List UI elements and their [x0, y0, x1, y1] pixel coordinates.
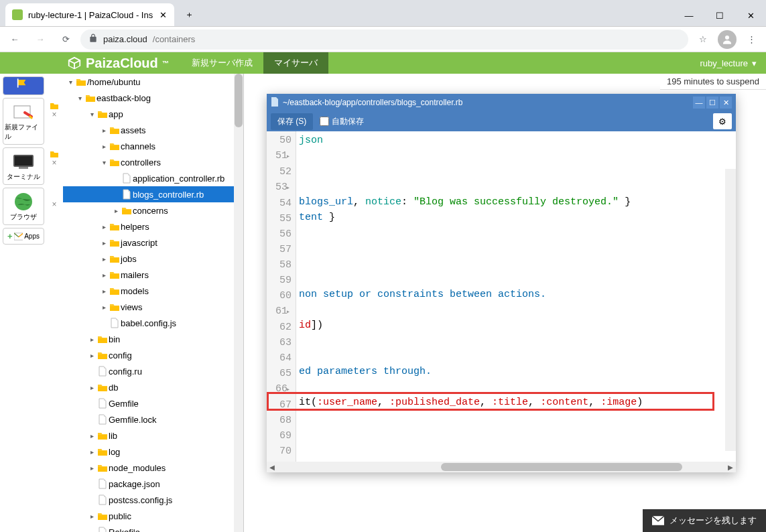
tab-close-icon[interactable]: ✕: [158, 10, 168, 19]
tree-folder[interactable]: ▸mailers: [63, 267, 243, 283]
code-line[interactable]: [299, 241, 736, 256]
reload-button[interactable]: ⟳: [55, 29, 76, 50]
new-tab-button[interactable]: ＋: [180, 5, 198, 24]
save-button[interactable]: 保存 (S): [271, 113, 313, 130]
minimize-button[interactable]: —: [674, 5, 704, 26]
browser-tab[interactable]: ruby-lecture-1 | PaizaCloud - Ins ✕: [5, 3, 174, 26]
minimize-icon[interactable]: —: [693, 96, 705, 109]
code-area[interactable]: jsonblogs_url, notice: "Blog was success…: [296, 131, 736, 462]
code-line[interactable]: [299, 410, 736, 425]
tree-file[interactable]: babel.config.js: [63, 315, 243, 331]
scrollbar-thumb[interactable]: [441, 463, 682, 471]
my-server-button[interactable]: マイサーバ: [263, 52, 328, 74]
tree-folder[interactable]: ▸views: [63, 299, 243, 315]
tree-folder[interactable]: ▸public: [63, 508, 243, 524]
svg-rect-5: [15, 156, 32, 165]
tree-root[interactable]: ▾/home/ubuntu: [63, 74, 243, 90]
tree-folder[interactable]: ▸helpers: [63, 218, 243, 235]
tree-folder[interactable]: ▸node_modules: [63, 460, 243, 476]
chevron-down-icon: ▾: [752, 58, 757, 68]
tree-folder[interactable]: ▸channels: [63, 138, 243, 154]
tree-folder[interactable]: ▸concerns: [63, 202, 243, 218]
back-button[interactable]: ←: [4, 29, 25, 50]
tree-folder[interactable]: ▾controllers: [63, 154, 243, 170]
code-line[interactable]: [299, 348, 736, 364]
autosave-checkbox[interactable]: 自動保存: [320, 116, 364, 127]
tree-file[interactable]: blogs_controller.rb: [63, 186, 243, 202]
settings-button[interactable]: ⚙: [713, 113, 732, 129]
dock-terminal[interactable]: ターミナル: [3, 147, 44, 185]
code-line[interactable]: json: [299, 133, 736, 148]
tree-folder[interactable]: ▾app: [63, 106, 243, 122]
editor-hscrollbar[interactable]: ◄ ►: [267, 462, 736, 472]
code-line[interactable]: ed parameters through.: [299, 364, 736, 379]
tree-folder[interactable]: ▸config: [63, 347, 243, 363]
tree-folder[interactable]: ▾eastback-blog: [63, 90, 243, 106]
autosave-input[interactable]: [320, 117, 329, 126]
message-button[interactable]: メッセージを残します: [643, 509, 766, 532]
brand-text: PaizaCloud: [86, 56, 158, 71]
code-line[interactable]: [299, 163, 736, 179]
forward-button[interactable]: →: [29, 29, 51, 50]
window-controls: — ☐ ✕: [674, 5, 766, 26]
tree-file[interactable]: Rakefile: [63, 524, 243, 532]
mini-dock-item[interactable]: ×: [48, 170, 60, 210]
tree-folder[interactable]: ▸jobs: [63, 251, 243, 267]
tree-file[interactable]: config.ru: [63, 363, 243, 379]
close-window-button[interactable]: ✕: [735, 5, 766, 26]
tree-file[interactable]: application_controller.rb: [63, 170, 243, 186]
tree-folder[interactable]: ▸bin: [63, 331, 243, 347]
code-line[interactable]: [299, 425, 736, 441]
tree-folder[interactable]: ▸assets: [63, 122, 243, 138]
code-line[interactable]: blogs_url, notice: "Blog was successfull…: [299, 194, 736, 210]
tree-folder[interactable]: ▸javascript: [63, 235, 243, 251]
code-line[interactable]: [299, 379, 736, 395]
close-icon[interactable]: ✕: [720, 96, 732, 109]
code-line[interactable]: it(:user_name, :published_date, :title, …: [299, 395, 736, 410]
code-line[interactable]: tent }: [299, 210, 736, 225]
new-server-button[interactable]: 新規サーバ作成: [181, 52, 263, 74]
code-line[interactable]: [299, 441, 736, 456]
code-line[interactable]: [299, 256, 736, 271]
tree-folder[interactable]: ▸lib: [63, 427, 243, 444]
file-tree[interactable]: ▾/home/ubuntu▾eastback-blog▾app▸assets▸c…: [63, 74, 243, 532]
tree-folder[interactable]: ▸log: [63, 444, 243, 460]
code-line[interactable]: [299, 148, 736, 163]
editor-titlebar[interactable]: ~/eastback-blog/app/controllers/blogs_co…: [267, 94, 736, 111]
dock-new-file[interactable]: 新規ファイル: [3, 98, 44, 145]
tree-file[interactable]: Gemfile: [63, 395, 243, 411]
mini-dock-item[interactable]: ×: [48, 122, 60, 169]
server-dropdown[interactable]: ruby_lecture ▾: [690, 58, 766, 68]
paiza-logo[interactable]: PaizaCloud ™: [0, 56, 181, 71]
maximize-icon[interactable]: ☐: [706, 96, 718, 109]
dock-flag-button[interactable]: [3, 76, 44, 95]
address-bar[interactable]: paiza.cloud/containers: [80, 29, 688, 50]
paiza-header: PaizaCloud ™ 新規サーバ作成 マイサーバ ruby_lecture …: [0, 52, 766, 74]
code-line[interactable]: [299, 271, 736, 287]
code-line[interactable]: [299, 302, 736, 318]
scroll-left-icon[interactable]: ◄: [267, 462, 277, 472]
code-line[interactable]: [299, 179, 736, 194]
dock-browser[interactable]: ブラウザ: [3, 188, 44, 225]
tree-scrollbar[interactable]: [234, 74, 243, 532]
profile-button[interactable]: [718, 30, 737, 49]
server-name: ruby_lecture: [700, 58, 748, 68]
url-host: paiza.cloud: [103, 34, 147, 44]
maximize-button[interactable]: ☐: [704, 5, 735, 26]
editor-vscrollbar[interactable]: [725, 169, 736, 451]
scrollbar-thumb[interactable]: [235, 74, 243, 127]
code-line[interactable]: non setup or constraints between actions…: [299, 287, 736, 302]
tree-file[interactable]: Gemfile.lock: [63, 411, 243, 427]
tree-file[interactable]: package.json: [63, 476, 243, 492]
code-line[interactable]: [299, 225, 736, 241]
code-line[interactable]: id]): [299, 318, 736, 333]
tree-folder[interactable]: ▸db: [63, 379, 243, 395]
mini-dock-item[interactable]: ×: [48, 74, 60, 121]
menu-button[interactable]: ⋮: [741, 29, 762, 50]
dock-apps[interactable]: + Apps: [3, 228, 44, 245]
scroll-right-icon[interactable]: ►: [725, 462, 736, 472]
tree-file[interactable]: postcss.config.js: [63, 492, 243, 508]
tree-folder[interactable]: ▸models: [63, 283, 243, 299]
code-line[interactable]: [299, 333, 736, 348]
bookmark-button[interactable]: ☆: [692, 29, 714, 50]
